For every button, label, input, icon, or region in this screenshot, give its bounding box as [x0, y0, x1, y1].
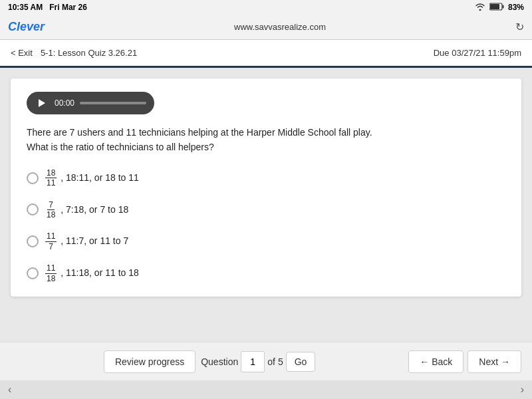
scroll-right-arrow[interactable]: ›: [521, 384, 524, 396]
url-bar: www.savvasrealize.com: [234, 22, 326, 32]
play-button[interactable]: [35, 96, 49, 110]
radio-a[interactable]: [27, 172, 39, 184]
question-line1: There are 7 ushers and 11 technicians he…: [27, 125, 505, 140]
wifi-icon: [475, 3, 485, 13]
exit-button[interactable]: < Exit: [11, 48, 33, 58]
review-progress-button[interactable]: Review progress: [104, 350, 196, 373]
question-label: Question: [201, 356, 238, 367]
fraction-b-den: 18: [45, 210, 57, 219]
status-bar: 10:35 AM Fri Mar 26 83%: [0, 0, 532, 15]
fraction-c-num: 11: [45, 231, 57, 241]
radio-c[interactable]: [27, 235, 39, 247]
fraction-d-num: 11: [45, 263, 57, 273]
radio-d[interactable]: [27, 267, 39, 279]
question-number-input[interactable]: [241, 351, 265, 372]
scroll-left-arrow[interactable]: ‹: [8, 384, 11, 396]
svg-rect-2: [490, 4, 499, 9]
fraction-a-den: 11: [45, 178, 57, 188]
go-button[interactable]: Go: [286, 352, 316, 372]
option-d-text: 11 18 , 11:18, or 11 to 18: [45, 263, 139, 283]
main-content: 00:00 There are 7 ushers and 11 technici…: [0, 68, 532, 342]
battery-icon: [489, 3, 504, 13]
option-b[interactable]: 7 18 , 7:18, or 7 to 18: [27, 200, 505, 220]
option-a-label: , 18:11, or 18 to 11: [61, 172, 139, 182]
due-date: Due 03/27/21 11:59pm: [434, 48, 521, 58]
bottom-center: Review progress Question of 5 Go: [104, 350, 315, 373]
bottom-right: ← Back Next →: [408, 350, 521, 373]
option-b-text: 7 18 , 7:18, or 7 to 18: [45, 200, 128, 220]
audio-track[interactable]: [80, 102, 146, 104]
fraction-b: 7 18: [45, 200, 57, 220]
fraction-d: 11 18: [45, 263, 57, 283]
status-time: 10:35 AM: [8, 3, 43, 12]
back-button[interactable]: ← Back: [408, 350, 464, 373]
next-button[interactable]: Next →: [467, 350, 521, 373]
option-c-label: , 11:7, or 11 to 7: [61, 235, 128, 246]
scroll-bar-area: ‹ ›: [0, 380, 532, 399]
app-nav: < Exit 5-1: Lesson Quiz 3.26.21 Due 03/2…: [0, 40, 532, 68]
option-d[interactable]: 11 18 , 11:18, or 11 to 18: [27, 263, 505, 283]
svg-rect-1: [502, 5, 503, 8]
clever-logo: Clever: [8, 20, 45, 34]
of-label: of: [267, 356, 275, 367]
quiz-title: 5-1: Lesson Quiz 3.26.21: [41, 48, 137, 58]
radio-b[interactable]: [27, 203, 39, 215]
option-c[interactable]: 11 7 , 11:7, or 11 to 7: [27, 231, 505, 251]
fraction-c-den: 7: [47, 242, 55, 251]
fraction-c: 11 7: [45, 231, 57, 251]
fraction-a: 18 11: [45, 168, 57, 188]
answer-options: 18 11 , 18:11, or 18 to 11 7 18 , 7:18, …: [27, 168, 505, 283]
status-day: Fri Mar 26: [49, 3, 87, 12]
option-b-label: , 7:18, or 7 to 18: [61, 203, 128, 214]
question-line2: What is the ratio of technicians to all …: [27, 140, 505, 154]
audio-time: 00:00: [55, 98, 74, 108]
option-a-text: 18 11 , 18:11, or 18 to 11: [45, 168, 139, 188]
question-card: 00:00 There are 7 ushers and 11 technici…: [11, 78, 521, 297]
option-a[interactable]: 18 11 , 18:11, or 18 to 11: [27, 168, 505, 188]
question-text: There are 7 ushers and 11 technicians he…: [27, 125, 505, 155]
option-c-text: 11 7 , 11:7, or 11 to 7: [45, 231, 128, 251]
total-questions: 5: [278, 356, 283, 367]
fraction-b-num: 7: [47, 200, 55, 210]
play-icon: [39, 99, 45, 107]
audio-player: 00:00: [27, 92, 154, 114]
fraction-d-den: 18: [45, 274, 57, 283]
battery-pct: 83%: [508, 3, 524, 12]
question-nav: Question of 5 Go: [201, 351, 315, 372]
fraction-a-num: 18: [45, 168, 57, 178]
refresh-icon[interactable]: ↻: [515, 21, 524, 33]
option-d-label: , 11:18, or 11 to 18: [61, 267, 139, 278]
browser-chrome: Clever www.savvasrealize.com ↻: [0, 15, 532, 40]
bottom-bar: Review progress Question of 5 Go ← Back …: [0, 342, 532, 380]
